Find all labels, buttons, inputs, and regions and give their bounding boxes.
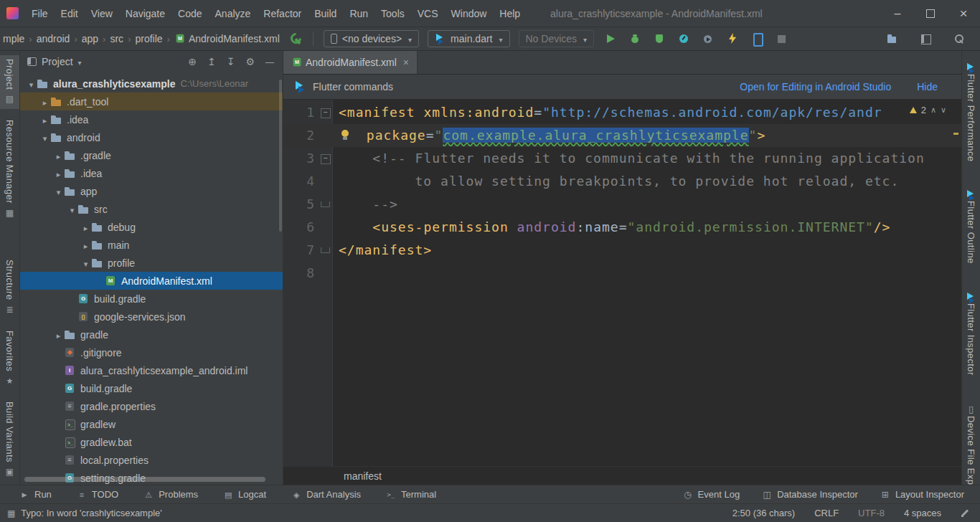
attach-debugger-button[interactable] — [702, 32, 715, 45]
chevron-down-icon[interactable] — [39, 132, 50, 143]
tree-item-local-properties[interactable]: local.properties — [20, 451, 283, 469]
tool-stripe-flutter-performance[interactable]: Flutter Performance — [962, 55, 980, 165]
breadcrumb-item-app[interactable]: app — [80, 33, 100, 44]
tab-androidmanifest[interactable]: AndroidManifest.xml — [283, 51, 418, 74]
file-encoding[interactable]: UTF-8 — [858, 508, 885, 518]
chevron-right-icon[interactable] — [39, 114, 50, 125]
tree-item-src[interactable]: src — [20, 200, 283, 218]
tree-item-app[interactable]: app — [20, 182, 283, 200]
breadcrumb-item-androidmanifest-xml[interactable]: AndroidManifest.xml — [173, 33, 281, 44]
tree-item-alura-crashlyticsexample-android-iml[interactable]: alura_crashlyticsexample_android.iml — [20, 361, 283, 379]
chevron-down-icon[interactable] — [73, 56, 82, 67]
settings-gear-icon[interactable] — [245, 56, 255, 67]
menu-analyze[interactable]: Analyze — [209, 0, 258, 27]
menu-refactor[interactable]: Refactor — [257, 0, 308, 27]
close-button[interactable] — [947, 0, 980, 27]
tool-stripe-structure[interactable]: Structure — [0, 256, 19, 319]
code-editor[interactable]: 1<manifest xmlns:android="http://schemas… — [283, 100, 961, 466]
profiler-button[interactable] — [677, 32, 690, 45]
tool-stripe-resource-manager[interactable]: Resource Manager — [0, 116, 19, 223]
menu-code[interactable]: Code — [171, 0, 208, 27]
tree-item-android[interactable]: android — [20, 128, 283, 146]
minimize-button[interactable] — [881, 0, 914, 27]
menu-edit[interactable]: Edit — [55, 0, 85, 27]
chevron-down-icon[interactable] — [26, 78, 37, 90]
horizontal-scrollbar[interactable] — [24, 477, 265, 482]
menu-run[interactable]: Run — [343, 0, 374, 27]
chevron-down-icon[interactable] — [67, 204, 77, 215]
writable-status-icon[interactable] — [961, 508, 970, 518]
menu-vcs[interactable]: VCS — [411, 0, 445, 27]
tree-item-idea[interactable]: .idea — [20, 164, 283, 182]
layout-editor-button[interactable] — [919, 32, 932, 45]
stop-button[interactable] — [775, 32, 788, 45]
menu-window[interactable]: Window — [445, 0, 494, 27]
device-file-explorer-button[interactable] — [885, 32, 898, 45]
hide-banner-link[interactable]: Hide — [917, 81, 938, 92]
tree-item-dart-tool[interactable]: .dart_tool — [20, 92, 283, 110]
intention-bulb-icon[interactable] — [340, 130, 350, 141]
toolwindow-dart-analysis[interactable]: Dart Analysis — [291, 489, 361, 500]
tree-item-debug[interactable]: debug — [20, 218, 283, 236]
toolwindow-run[interactable]: Run — [19, 489, 52, 500]
tree-item-gradle[interactable]: .gradle — [20, 146, 283, 164]
fold-marker-icon[interactable] — [317, 193, 333, 216]
next-problem-icon[interactable] — [941, 105, 946, 115]
tree-item-main[interactable]: main — [20, 236, 283, 254]
tree-item-androidmanifest-xml[interactable]: AndroidManifest.xml — [20, 272, 283, 290]
code-line-5[interactable]: 5 --> — [283, 193, 961, 216]
fold-marker-icon[interactable] — [317, 101, 333, 124]
toolwindow-problems[interactable]: Problems — [143, 489, 198, 500]
flutter-attach-icon[interactable] — [290, 32, 303, 45]
menu-build[interactable]: Build — [308, 0, 343, 27]
run-coverage-button[interactable] — [653, 32, 666, 45]
debug-button[interactable] — [628, 32, 641, 45]
tree-item-google-services-json[interactable]: google-services.json — [20, 308, 283, 326]
chevron-right-icon[interactable] — [53, 329, 64, 341]
menu-help[interactable]: Help — [493, 0, 527, 27]
toolwindow-event-log[interactable]: Event Log — [682, 489, 740, 500]
hide-panel-button[interactable] — [265, 56, 274, 67]
chevron-right-icon[interactable] — [80, 239, 91, 251]
code-line-8[interactable]: 8 — [283, 262, 961, 285]
run-config-dropdown[interactable]: main.dart — [428, 30, 509, 47]
status-message[interactable]: Typo: In word 'crashlyticsexample' — [21, 508, 161, 518]
run-button[interactable] — [604, 32, 617, 45]
chevron-right-icon[interactable] — [53, 150, 64, 161]
project-panel-title[interactable]: Project — [42, 56, 73, 67]
search-everywhere-button[interactable] — [953, 32, 966, 45]
code-line-6[interactable]: 6 <uses-permission android:name="android… — [283, 216, 961, 239]
breadcrumb-item-profile[interactable]: profile — [133, 33, 164, 44]
breadcrumb-item-mple[interactable]: mple — [1, 33, 26, 44]
code-line-3[interactable]: 3 <!-- Flutter needs it to communicate w… — [283, 147, 961, 170]
code-line-2[interactable]: 2 package="com.example.alura_crashlytics… — [283, 124, 961, 147]
menu-file[interactable]: File — [25, 0, 55, 27]
hot-reload-button[interactable] — [726, 32, 739, 45]
tree-item-gradle-properties[interactable]: gradle.properties — [20, 397, 283, 415]
toolwindow-layout-inspector[interactable]: Layout Inspector — [880, 489, 964, 500]
indent-setting[interactable]: 4 spaces — [904, 508, 941, 518]
tool-stripe-flutter-outline[interactable]: Flutter Outline — [962, 182, 980, 267]
error-stripe-mark[interactable] — [953, 133, 958, 135]
tool-window-switcher-icon[interactable] — [7, 508, 21, 518]
chevron-right-icon[interactable] — [80, 222, 91, 233]
toolwindow-terminal[interactable]: Terminal — [385, 489, 436, 500]
breadcrumb-item-src[interactable]: src — [108, 33, 125, 44]
menu-navigate[interactable]: Navigate — [119, 0, 171, 27]
tool-stripe-build-variants[interactable]: Build Variants — [0, 398, 19, 482]
chevron-right-icon[interactable] — [39, 96, 50, 108]
menu-view[interactable]: View — [85, 0, 119, 27]
fold-marker-icon[interactable] — [317, 147, 333, 170]
tree-item-profile[interactable]: profile — [20, 254, 283, 272]
maximize-button[interactable] — [914, 0, 947, 27]
menu-tools[interactable]: Tools — [374, 0, 411, 27]
previous-problem-icon[interactable] — [930, 105, 936, 115]
device-status-dropdown[interactable]: No Devices — [519, 30, 595, 47]
tree-item-build-gradle[interactable]: build.gradle — [20, 290, 283, 308]
expand-all-button[interactable] — [207, 56, 216, 67]
connect-device-button[interactable] — [750, 32, 763, 45]
line-separator[interactable]: CRLF — [814, 508, 839, 518]
tool-stripe-favorites[interactable]: Favorites — [0, 327, 19, 391]
fold-marker-icon[interactable] — [317, 239, 333, 262]
tool-stripe-project[interactable]: Project — [0, 55, 19, 109]
